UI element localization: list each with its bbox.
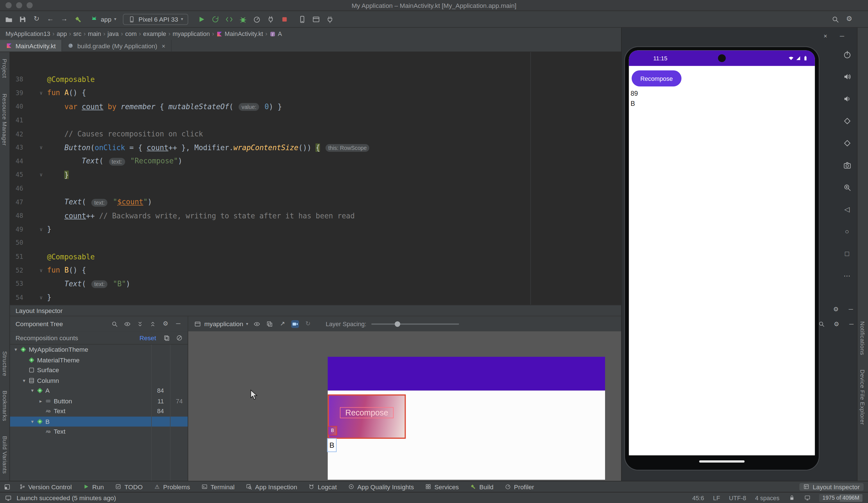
back-icon[interactable]: ←	[46, 14, 55, 23]
fold-marker-icon[interactable]: ∨	[23, 267, 47, 273]
maximize-window-button[interactable]	[27, 2, 33, 8]
breadcrumb-item-a[interactable]: fA	[270, 31, 282, 37]
plugin-icon[interactable]	[325, 14, 334, 23]
file-encoding[interactable]: UTF-8	[729, 494, 746, 501]
settings-icon[interactable]: ⚙	[832, 305, 840, 313]
debug-icon[interactable]	[238, 14, 247, 23]
reset-counts-link[interactable]: Reset	[140, 334, 156, 341]
chevron-down-icon[interactable]: ▾	[21, 378, 28, 384]
tree-row-text[interactable]: AbText	[10, 427, 188, 437]
refresh-icon[interactable]: ↻	[304, 320, 312, 328]
export-icon[interactable]: ↗	[279, 320, 287, 328]
tree-row-text[interactable]: AbText84	[10, 406, 188, 417]
rotate-right-icon[interactable]	[843, 138, 851, 147]
chevron-right-icon[interactable]: ▸	[37, 398, 44, 404]
breadcrumb-item-main[interactable]: main	[88, 31, 101, 37]
search-icon[interactable]	[831, 14, 840, 23]
collapse-all-icon[interactable]	[149, 320, 157, 328]
tool-window-button-version-control[interactable]: Version Control	[19, 483, 72, 490]
code-line-49[interactable]: 49∨}	[10, 222, 621, 236]
canvas-recompose-button[interactable]: Recompose	[328, 394, 406, 439]
code-line-48[interactable]: 48 count++ // Backwards write, writing t…	[10, 209, 621, 223]
line-separator[interactable]: LF	[713, 494, 720, 501]
code-line-40[interactable]: 40 var count by remember { mutableStateO…	[10, 100, 621, 114]
slider-handle[interactable]	[395, 321, 400, 327]
toolwindow-button-resource-manager[interactable]: Resource Manager	[1, 93, 8, 146]
run-configuration-selector[interactable]: app ▾	[90, 15, 116, 23]
fold-marker-icon[interactable]: ∨	[23, 227, 47, 232]
chevron-down-icon[interactable]: ▾	[12, 347, 19, 353]
fold-marker-icon[interactable]: ∨	[23, 90, 47, 96]
code-line-46[interactable]: 46	[10, 181, 621, 195]
layout-canvas[interactable]: Recompose B B	[188, 331, 621, 481]
settings-icon[interactable]: ⚙	[845, 14, 854, 23]
eye-icon[interactable]	[123, 320, 131, 328]
code-line-38[interactable]: 38@Composable	[10, 73, 621, 86]
breadcrumb-item-myapplication13[interactable]: MyApplication13	[6, 31, 50, 37]
minimize-icon[interactable]: ─	[847, 320, 855, 328]
tool-window-button-build[interactable]: Build	[470, 483, 494, 490]
running-devices-icon[interactable]	[298, 14, 307, 23]
tree-row-surface[interactable]: Surface	[10, 365, 188, 376]
toolwindow-button-bookmarks[interactable]: Bookmarks	[2, 391, 8, 421]
apply-changes-icon[interactable]	[211, 14, 220, 23]
eye-icon[interactable]	[253, 320, 261, 328]
code-line-39[interactable]: 39∨fun A() {	[10, 86, 621, 100]
breadcrumb-item-example[interactable]: example	[143, 31, 166, 37]
search-icon[interactable]	[111, 320, 118, 328]
switcher-icon[interactable]	[3, 483, 11, 491]
tab-mainactivity-kt[interactable]: MainActivity.kt	[0, 40, 62, 51]
tool-window-button-logcat[interactable]: Logcat	[308, 483, 337, 490]
caret-position[interactable]: 45:6	[692, 494, 704, 501]
tool-window-button-app-inspection[interactable]: App Inspection	[246, 483, 297, 490]
chevron-down-icon[interactable]: ▾	[29, 388, 36, 394]
canvas-b-recompose-badge[interactable]: B	[328, 426, 337, 436]
search-icon[interactable]	[818, 320, 826, 328]
code-line-54[interactable]: 54∨}	[10, 291, 621, 304]
breadcrumb-item-java[interactable]: java	[107, 31, 119, 37]
minimize-window-button[interactable]	[16, 2, 22, 8]
tool-window-button-run[interactable]: Run	[83, 483, 104, 490]
tool-window-button-app-quality-insights[interactable]: App Quality Insights	[348, 483, 414, 490]
device-selector[interactable]: Pixel 6 API 33 ▾	[123, 13, 188, 24]
save-icon[interactable]	[18, 14, 27, 23]
tool-window-button-services[interactable]: Services	[425, 483, 459, 490]
minimize-icon[interactable]: ─	[174, 320, 182, 328]
chevron-down-icon[interactable]: ▾	[29, 419, 36, 425]
device-recompose-button[interactable]: Recompose	[632, 71, 681, 86]
minimize-icon[interactable]: ─	[838, 32, 846, 40]
lock-icon[interactable]	[788, 494, 795, 501]
zoom-icon[interactable]	[843, 183, 851, 192]
fold-marker-icon[interactable]: ∨	[23, 145, 47, 150]
volume-down-icon[interactable]	[843, 94, 851, 103]
code-line-51[interactable]: 51@Composable	[10, 250, 621, 264]
fold-marker-icon[interactable]: ∨	[23, 295, 47, 300]
breadcrumb-item-src[interactable]: src	[73, 31, 82, 37]
tree-row-a[interactable]: ▾A84	[10, 386, 188, 396]
tree-row-button[interactable]: ▸Button1174	[10, 396, 188, 406]
toolwindow-button-structure[interactable]: Structure	[2, 351, 8, 376]
apply-code-changes-icon[interactable]	[225, 14, 234, 23]
more-icon[interactable]: ⋯	[843, 271, 851, 280]
code-line-45[interactable]: 45∨ }	[10, 168, 621, 181]
tool-window-button-terminal[interactable]: Terminal	[201, 483, 235, 490]
window-icon[interactable]	[311, 14, 321, 23]
overview-icon[interactable]: □	[843, 249, 851, 258]
close-window-button[interactable]	[6, 2, 12, 8]
ban-icon[interactable]	[176, 334, 184, 342]
folder-icon[interactable]	[4, 14, 13, 23]
sync-icon[interactable]: ↻	[32, 14, 41, 23]
tool-window-button-layout-inspector[interactable]: Layout Inspector	[799, 483, 864, 491]
canvas-statusbar-rect[interactable]	[328, 357, 605, 390]
copy-icon[interactable]	[163, 334, 170, 342]
attach-icon[interactable]	[266, 14, 275, 23]
hammer-icon[interactable]	[74, 14, 83, 23]
layer-spacing-slider[interactable]	[371, 321, 459, 327]
home-icon[interactable]: ○	[843, 227, 851, 236]
toolwindow-button-notifications[interactable]: Notifications	[860, 322, 866, 355]
memory-indicator[interactable]: 1975 of 4096M	[819, 494, 863, 502]
tree-row-myapplicationtheme[interactable]: ▾MyApplicationTheme	[10, 345, 188, 355]
indent-style[interactable]: 4 spaces	[755, 494, 779, 501]
settings-icon[interactable]: ⚙	[162, 320, 169, 328]
tool-window-button-problems[interactable]: ⚠Problems	[154, 483, 190, 490]
